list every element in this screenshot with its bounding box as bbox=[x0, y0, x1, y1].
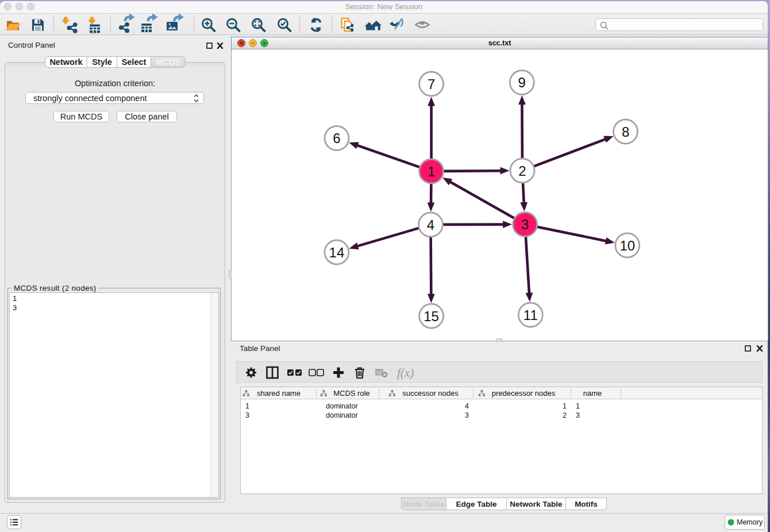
svg-text:1: 1 bbox=[428, 164, 435, 179]
svg-text:10: 10 bbox=[619, 238, 635, 253]
svg-text:7: 7 bbox=[428, 76, 435, 92]
svg-text:f(x): f(x) bbox=[397, 366, 414, 380]
svg-text:15: 15 bbox=[424, 309, 439, 324]
svg-text:6: 6 bbox=[333, 130, 340, 146]
svg-text:14: 14 bbox=[329, 245, 345, 260]
svg-text:11: 11 bbox=[523, 307, 538, 323]
svg-text:8: 8 bbox=[622, 124, 629, 140]
svg-text:3: 3 bbox=[521, 217, 529, 232]
svg-text:4: 4 bbox=[427, 217, 434, 233]
svg-text:2: 2 bbox=[518, 163, 526, 179]
svg-text:9: 9 bbox=[518, 75, 526, 90]
